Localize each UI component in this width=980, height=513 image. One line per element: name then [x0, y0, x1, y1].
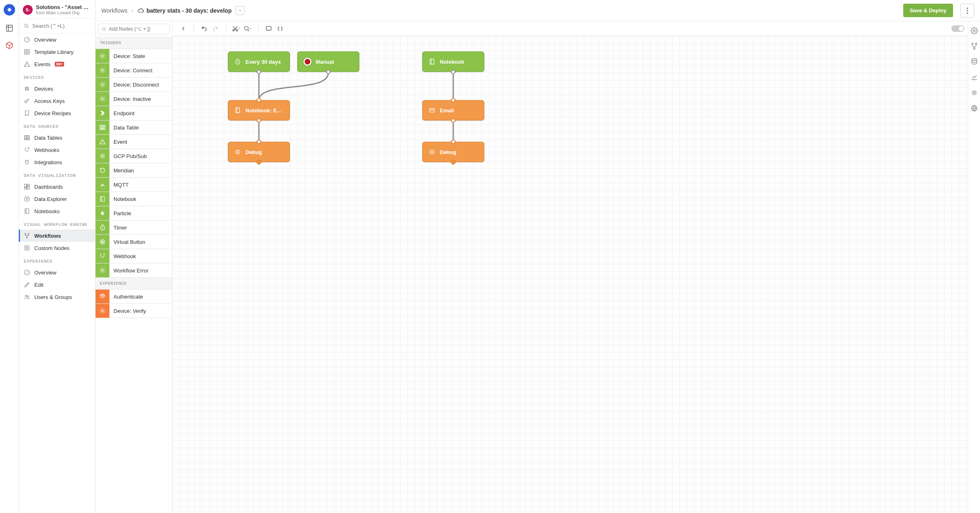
pencil-icon	[24, 281, 30, 288]
svg-rect-15	[24, 187, 27, 189]
palette-node-virtual-button[interactable]: Virtual Button	[96, 235, 172, 249]
node-debug-right[interactable]: Debug	[422, 142, 484, 162]
palette-node-workflow-error[interactable]: Workflow Error	[96, 263, 172, 278]
palette-node-device-connect[interactable]: Device: Connect	[96, 63, 172, 78]
gear-icon	[96, 92, 109, 106]
node-debug-left[interactable]: Debug	[228, 142, 290, 162]
palette-node-gcp-pub-sub[interactable]: GCP Pub/Sub	[96, 149, 172, 163]
nav-item-device-recipes[interactable]: Device Recipes	[19, 107, 95, 119]
sidebar-search[interactable]	[19, 19, 95, 33]
storage-icon[interactable]	[971, 58, 978, 65]
nav-item-label: Dashboards	[34, 184, 63, 190]
nav-item-overview[interactable]: Overview	[19, 33, 95, 46]
nav-item-edit[interactable]: Edit	[19, 279, 95, 291]
undo-button[interactable]	[199, 23, 209, 34]
star-icon	[96, 206, 109, 220]
svg-point-44	[245, 26, 248, 30]
nav-item-devices[interactable]: Devices	[19, 83, 95, 95]
record-icon	[303, 58, 312, 66]
import-button[interactable]	[263, 23, 274, 34]
nav-item-events[interactable]: Events99+	[19, 58, 95, 70]
nav-item-users-groups[interactable]: Users & Groups	[19, 291, 95, 303]
svg-rect-7	[25, 87, 29, 90]
export-button[interactable]	[275, 23, 285, 34]
palette-node-endpoint[interactable]: Endpoint	[96, 106, 172, 120]
custom-icon	[24, 245, 30, 251]
nav-item-template-library[interactable]: Template Library	[19, 46, 95, 58]
brand-logo[interactable]	[4, 4, 15, 16]
nav-item-notebooks[interactable]: Notebooks	[19, 205, 95, 217]
palette-node-event[interactable]: Event	[96, 135, 172, 149]
svg-rect-3	[24, 49, 27, 51]
palette-node-device-state[interactable]: Device: State	[96, 49, 172, 63]
svg-rect-5	[24, 52, 27, 54]
palette-search-input[interactable]	[109, 26, 166, 32]
canvas-area: Every 30 days Manual Notebook: E…	[172, 21, 968, 513]
palette-node-meridian[interactable]: Meridian	[96, 163, 172, 178]
palette-node-label: Particle	[109, 210, 131, 216]
palette-node-particle[interactable]: Particle	[96, 206, 172, 221]
palette-node-data-table[interactable]: Data Table	[96, 120, 172, 135]
node-email[interactable]: Email	[422, 100, 484, 120]
nav-item-custom-nodes[interactable]: Custom Nodes	[19, 242, 95, 254]
nav-item-webhooks[interactable]: Webhooks	[19, 144, 95, 156]
app-header[interactable]: S- Solutions - "Asset Trac… from Main Lo…	[19, 0, 95, 19]
svg-rect-10	[24, 136, 29, 140]
palette-node-timer[interactable]: Timer	[96, 221, 172, 235]
globe-icon[interactable]	[971, 105, 978, 112]
svg-point-28	[102, 27, 105, 30]
palette-node-device-verify[interactable]: Device: Verify	[96, 304, 172, 318]
node-notebook-trigger[interactable]: Notebook	[422, 51, 484, 72]
svg-rect-17	[25, 209, 29, 214]
svg-point-1	[24, 24, 28, 27]
nav-section-visual-workflow-engine: VISUAL WORKFLOW ENGINE	[19, 217, 95, 230]
branch-icon[interactable]	[971, 42, 978, 50]
breadcrumb-current-label: battery stats - 30 days: develop	[147, 7, 232, 14]
svg-point-19	[28, 233, 29, 234]
nav-back-button[interactable]	[178, 23, 189, 34]
svg-point-20	[27, 237, 28, 238]
nav-item-workflows[interactable]: Workflows	[19, 230, 95, 242]
nav-item-label: Access Keys	[34, 98, 65, 104]
email-icon	[428, 107, 436, 114]
nav-item-data-tables[interactable]: Data Tables	[19, 132, 95, 144]
nav-item-label: Devices	[34, 86, 53, 92]
node-manual-trigger[interactable]: Manual	[297, 51, 359, 72]
palette-node-authenticate[interactable]: Authenticate	[96, 290, 172, 304]
recipe-icon	[24, 110, 30, 116]
nav-section-devices: DEVICES	[19, 70, 95, 83]
palette-node-notebook[interactable]: Notebook	[96, 192, 172, 206]
palette-node-device-inactive[interactable]: Device: Inactive	[96, 92, 172, 106]
breadcrumb-root[interactable]: Workflows	[101, 7, 127, 14]
palette-node-device-disconnect[interactable]: Device: Disconnect	[96, 78, 172, 92]
nav-item-dashboards[interactable]: Dashboards	[19, 181, 95, 193]
debug-panel-icon[interactable]	[971, 89, 978, 96]
settings-icon[interactable]	[971, 27, 978, 34]
nav-item-label: Overview	[34, 270, 56, 276]
nav-item-access-keys[interactable]: Access Keys	[19, 95, 95, 107]
app-badge: S-	[23, 5, 33, 15]
palette-node-webhook[interactable]: Webhook	[96, 249, 172, 263]
nav-item-label: Integrations	[34, 159, 62, 165]
nav-item-integrations[interactable]: Integrations	[19, 156, 95, 168]
nav-item-data-explorer[interactable]: Data Explorer	[19, 193, 95, 205]
debug-toggle[interactable]	[951, 25, 964, 32]
metrics-icon[interactable]	[971, 74, 978, 81]
nav-item-label: Workflows	[34, 233, 61, 239]
svg-point-32	[102, 98, 103, 100]
zoom-button[interactable]	[243, 23, 253, 34]
version-dropdown[interactable]	[236, 6, 245, 15]
nav-item-overview[interactable]: Overview	[19, 266, 95, 279]
rail-apps-icon[interactable]	[5, 24, 14, 33]
palette-node-mqtt[interactable]: MQTT	[96, 178, 172, 192]
alert-icon	[24, 61, 30, 67]
node-notebook-execute[interactable]: Notebook: E…	[228, 100, 290, 120]
sidebar-search-input[interactable]	[32, 23, 90, 29]
save-deploy-button[interactable]: Save & Deploy	[903, 4, 953, 17]
node-timer-trigger[interactable]: Every 30 days	[228, 51, 290, 72]
cut-button[interactable]	[231, 23, 242, 34]
workflow-canvas[interactable]: Every 30 days Manual Notebook: E…	[172, 36, 968, 513]
svg-point-55	[973, 48, 975, 49]
rail-package-icon[interactable]	[5, 41, 14, 50]
more-actions-button[interactable]	[960, 4, 974, 18]
